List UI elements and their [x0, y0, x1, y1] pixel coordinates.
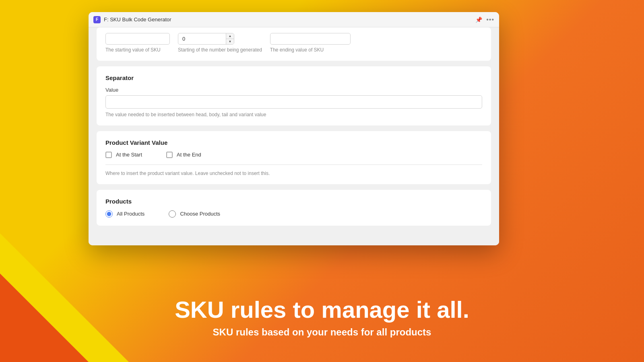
spinner-down-button[interactable]: ▼ [226, 39, 234, 44]
all-products-radio[interactable] [105, 210, 113, 218]
separator-card: Separator Value The value needed to be i… [97, 66, 491, 125]
number-spinners: ▲ ▼ [226, 33, 234, 44]
radio-row: All Products Choose Products [105, 210, 482, 218]
separator-input[interactable] [105, 95, 482, 109]
spinner-up-button[interactable]: ▲ [226, 33, 234, 39]
starting-number-group: ▲ ▼ Starting of the number being generat… [178, 33, 262, 53]
ending-sku-group: The ending value of SKU [270, 33, 351, 53]
product-variant-title: Product Variant Value [105, 139, 482, 146]
choose-products-label[interactable]: Choose Products [180, 211, 220, 217]
starting-number-hint: Starting of the number being generated [178, 47, 262, 53]
bottom-text-area: SKU rules to manage it all. SKU rules ba… [0, 297, 644, 338]
separator-hint: The value needed to be inserted between … [105, 112, 482, 117]
app-window: F F: SKU Bulk Code Generator 📌 ••• The s… [89, 12, 499, 245]
inputs-row: The starting value of SKU ▲ ▼ Starting o… [105, 33, 482, 53]
at-start-checkbox-item: At the Start [105, 152, 142, 158]
app-icon: F [93, 16, 101, 23]
choose-products-radio[interactable] [169, 210, 176, 218]
top-inputs-card: The starting value of SKU ▲ ▼ Starting o… [97, 27, 491, 61]
main-content: The starting value of SKU ▲ ▼ Starting o… [89, 27, 499, 245]
all-products-label[interactable]: All Products [117, 211, 144, 217]
products-card: Products All Products Choose Products [97, 190, 491, 226]
sub-headline: SKU rules based on your needs for all pr… [0, 327, 644, 338]
ending-sku-label: The ending value of SKU [270, 47, 351, 53]
starting-sku-input[interactable] [105, 33, 170, 45]
starting-sku-group: The starting value of SKU [105, 33, 170, 53]
pin-icon[interactable]: 📌 [475, 16, 482, 23]
main-headline: SKU rules to manage it all. [0, 297, 644, 323]
product-variant-card: Product Variant Value At the Start At th… [97, 131, 491, 184]
at-start-checkbox[interactable] [105, 152, 112, 158]
product-variant-hint: Where to insert the product variant valu… [105, 171, 482, 176]
window-title: F: SKU Bulk Code Generator [104, 16, 171, 23]
divider [105, 165, 482, 165]
products-title: Products [105, 198, 482, 205]
choose-products-radio-item: Choose Products [169, 210, 220, 218]
separator-value-label: Value [105, 87, 482, 93]
checkbox-row: At the Start At the End [105, 152, 482, 158]
starting-sku-label: The starting value of SKU [105, 47, 170, 53]
all-products-radio-item: All Products [105, 210, 144, 218]
at-start-label[interactable]: At the Start [116, 152, 142, 158]
ending-sku-input[interactable] [270, 33, 351, 45]
number-input-wrapper: ▲ ▼ [178, 33, 234, 45]
title-bar-actions: 📌 ••• [475, 16, 494, 23]
title-bar: F F: SKU Bulk Code Generator 📌 ••• [89, 12, 499, 27]
at-end-checkbox-item: At the End [166, 152, 201, 158]
separator-title: Separator [105, 74, 482, 81]
more-options-icon[interactable]: ••• [486, 16, 494, 23]
at-end-label[interactable]: At the End [177, 152, 201, 158]
at-end-checkbox[interactable] [166, 152, 173, 158]
